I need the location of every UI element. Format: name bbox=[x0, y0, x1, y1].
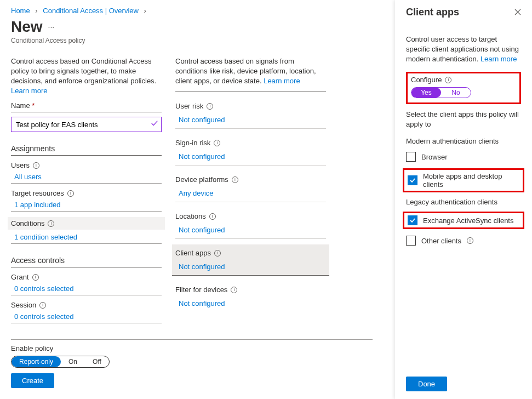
breadcrumb: Home › Conditional Access | Overview › bbox=[11, 7, 373, 15]
filter-devices-value[interactable]: Not configured bbox=[179, 299, 225, 307]
column1-description: Control access based on Conditional Acce… bbox=[11, 56, 162, 96]
page-subtitle: Conditional Access policy bbox=[11, 37, 373, 44]
select-apps-text: Select the client apps this policy will … bbox=[406, 110, 521, 129]
panel-description: Control user access to target specific c… bbox=[406, 35, 521, 64]
browser-checkbox-row[interactable]: Browser bbox=[406, 151, 521, 163]
configure-highlight-box: Configure i Yes No bbox=[406, 72, 521, 104]
done-button[interactable]: Done bbox=[406, 377, 447, 391]
toggle-report-only[interactable]: Report-only bbox=[12, 356, 61, 367]
name-label: Name bbox=[11, 101, 162, 110]
mobile-desktop-label: Mobile apps and desktop clients bbox=[423, 172, 519, 189]
client-apps-value[interactable]: Not configured bbox=[179, 263, 225, 271]
target-resources-value[interactable]: 1 app included bbox=[14, 201, 162, 209]
panel-title: Client apps bbox=[406, 7, 459, 18]
chevron-right-icon: › bbox=[35, 7, 37, 15]
session-value[interactable]: 0 controls selected bbox=[14, 312, 162, 321]
signin-risk-value[interactable]: Not configured bbox=[179, 152, 225, 161]
mobile-desktop-checkbox-row[interactable]: Mobile apps and desktop clients bbox=[403, 168, 524, 192]
learn-more-link[interactable]: Learn more bbox=[264, 77, 300, 85]
conditions-label[interactable]: Conditions i bbox=[8, 217, 165, 230]
page-title: New bbox=[11, 18, 43, 36]
info-icon[interactable]: i bbox=[209, 213, 216, 220]
toggle-off[interactable]: Off bbox=[85, 356, 109, 367]
configure-toggle[interactable]: Yes No bbox=[411, 87, 471, 98]
users-value[interactable]: All users bbox=[14, 173, 162, 181]
user-risk-label[interactable]: User risk i bbox=[175, 98, 326, 112]
legacy-auth-heading: Legacy authentication clients bbox=[406, 198, 521, 206]
configure-yes[interactable]: Yes bbox=[411, 88, 441, 98]
client-apps-label[interactable]: Client apps i bbox=[172, 244, 329, 259]
learn-more-link[interactable]: Learn more bbox=[11, 87, 47, 95]
info-icon[interactable]: i bbox=[32, 274, 39, 281]
checkbox-unchecked-icon[interactable] bbox=[406, 152, 416, 162]
column2-description: Control access based on signals from con… bbox=[175, 56, 326, 86]
session-label[interactable]: Session i bbox=[11, 301, 162, 309]
toggle-on[interactable]: On bbox=[61, 356, 85, 367]
target-resources-label[interactable]: Target resources i bbox=[11, 189, 162, 197]
close-icon[interactable] bbox=[514, 8, 521, 17]
client-apps-panel: Client apps Control user access to targe… bbox=[395, 0, 532, 399]
learn-more-link[interactable]: Learn more bbox=[480, 55, 517, 63]
grant-label[interactable]: Grant i bbox=[11, 273, 162, 281]
device-platforms-label[interactable]: Device platforms i bbox=[175, 171, 326, 186]
info-icon[interactable]: i bbox=[48, 220, 54, 227]
assignments-heading: Assignments bbox=[11, 144, 162, 153]
info-icon[interactable]: i bbox=[231, 287, 237, 293]
signin-risk-label[interactable]: Sign-in risk i bbox=[175, 134, 326, 149]
eas-checkbox-row[interactable]: Exchange ActiveSync clients bbox=[403, 212, 524, 229]
breadcrumb-conditional-access[interactable]: Conditional Access | Overview bbox=[43, 7, 139, 15]
locations-label[interactable]: Locations i bbox=[175, 208, 326, 223]
info-icon[interactable]: i bbox=[207, 103, 213, 110]
create-button[interactable]: Create bbox=[11, 373, 54, 388]
checkmark-icon bbox=[151, 119, 158, 129]
enable-policy-label: Enable policy bbox=[11, 344, 373, 352]
users-label[interactable]: Users i bbox=[11, 161, 162, 169]
browser-label: Browser bbox=[421, 153, 448, 161]
info-icon[interactable]: i bbox=[232, 176, 238, 183]
info-icon[interactable]: i bbox=[467, 237, 473, 244]
enable-policy-toggle[interactable]: Report-only On Off bbox=[11, 356, 110, 368]
device-platforms-value[interactable]: Any device bbox=[179, 189, 214, 197]
eas-label: Exchange ActiveSync clients bbox=[423, 216, 513, 225]
locations-value[interactable]: Not configured bbox=[179, 226, 225, 234]
filter-devices-label[interactable]: Filter for devices i bbox=[175, 281, 326, 296]
name-input[interactable] bbox=[11, 117, 162, 132]
checkbox-checked-icon[interactable] bbox=[408, 215, 417, 225]
info-icon[interactable]: i bbox=[39, 302, 46, 309]
info-icon[interactable]: i bbox=[33, 162, 39, 169]
other-clients-checkbox-row[interactable]: Other clients i bbox=[406, 235, 521, 247]
access-controls-heading: Access controls bbox=[11, 256, 162, 265]
configure-label: Configure i bbox=[411, 76, 516, 84]
breadcrumb-home[interactable]: Home bbox=[11, 7, 30, 15]
checkbox-checked-icon[interactable] bbox=[408, 175, 417, 185]
info-icon[interactable]: i bbox=[214, 140, 220, 146]
configure-no[interactable]: No bbox=[441, 88, 471, 98]
grant-value[interactable]: 0 controls selected bbox=[14, 284, 162, 293]
more-actions-button[interactable]: ··· bbox=[48, 22, 55, 31]
checkbox-unchecked-icon[interactable] bbox=[406, 236, 416, 246]
info-icon[interactable]: i bbox=[67, 190, 74, 197]
conditions-value[interactable]: 1 condition selected bbox=[14, 233, 162, 241]
info-icon[interactable]: i bbox=[214, 250, 221, 256]
modern-auth-heading: Modern authentication clients bbox=[406, 137, 521, 145]
info-icon[interactable]: i bbox=[445, 77, 451, 83]
other-clients-label: Other clients bbox=[421, 237, 461, 245]
user-risk-value[interactable]: Not configured bbox=[179, 116, 225, 124]
chevron-right-icon: › bbox=[144, 7, 146, 15]
